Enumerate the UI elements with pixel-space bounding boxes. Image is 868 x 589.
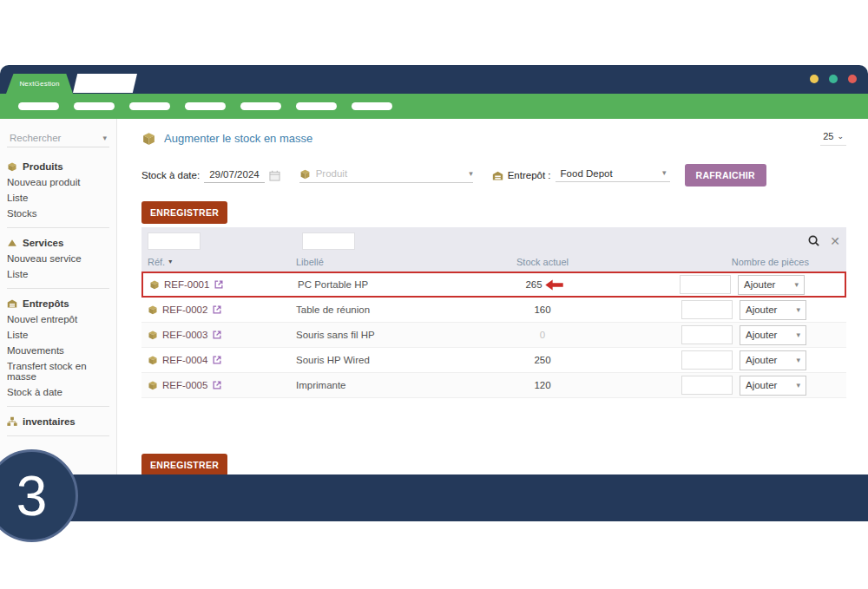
browser-tab-nextgestion[interactable]: NextGestion: [6, 74, 73, 94]
external-link-icon[interactable]: [214, 279, 224, 290]
label-filter-input[interactable]: [302, 232, 355, 250]
product-placeholder: Produit: [316, 168, 347, 179]
pieces-cell: Ajouter ▾: [680, 275, 845, 295]
action-select[interactable]: Ajouter ▾: [740, 350, 806, 370]
sidebar-item-liste[interactable]: Liste: [0, 266, 116, 282]
sidebar-section-produits[interactable]: Produits: [0, 158, 116, 174]
save-button-bottom[interactable]: ENREGISTRER: [141, 454, 227, 476]
stock-value: 250: [534, 355, 550, 365]
table-row: REF-0004 Souris HP Wired 250 Ajouter ▾: [141, 348, 846, 373]
column-header-libelle[interactable]: Libellé: [296, 257, 456, 267]
calendar-icon[interactable]: [269, 170, 280, 181]
step-number: 3: [16, 464, 48, 528]
nav-pill[interactable]: [74, 102, 115, 110]
traffic-light-dots: [810, 75, 857, 83]
sidebar-item-liste[interactable]: Liste: [0, 327, 116, 343]
quantity-input[interactable]: [681, 350, 733, 370]
package-icon: [148, 304, 158, 315]
external-link-icon[interactable]: [212, 304, 222, 315]
ref-link[interactable]: REF-0002: [162, 304, 207, 315]
quantity-input[interactable]: [681, 300, 733, 319]
search-icon[interactable]: [807, 234, 820, 247]
action-select[interactable]: Ajouter ▾: [740, 300, 806, 320]
table-row: REF-0002 Table de réunion 160 Ajouter ▾: [141, 298, 846, 323]
ref-filter-input[interactable]: [148, 232, 201, 250]
quantity-input[interactable]: [681, 376, 733, 395]
package-icon: [141, 131, 156, 146]
green-dot[interactable]: [829, 75, 838, 83]
column-header-stock[interactable]: Stock actuel: [516, 257, 569, 267]
ref-link[interactable]: REF-0004: [162, 355, 207, 365]
action-select[interactable]: Ajouter ▾: [740, 325, 806, 345]
nav-pill[interactable]: [296, 102, 337, 110]
stock-date-label: Stock à date:: [141, 170, 200, 180]
yellow-dot[interactable]: [810, 75, 819, 83]
ref-link[interactable]: REF-0003: [162, 330, 207, 340]
caret-down-icon: ▾: [794, 280, 799, 289]
caret-down-icon: ▾: [796, 381, 800, 389]
sidebar: Rechercher ▾ ProduitsNouveau produitList…: [0, 119, 117, 474]
nav-pill[interactable]: [240, 102, 281, 110]
pieces-cell: Ajouter ▾: [681, 350, 846, 370]
blank-tab-shape: [73, 74, 137, 93]
sidebar-section-label: Produits: [23, 161, 63, 172]
sidebar-item-stock-date[interactable]: Stock à date: [0, 384, 116, 400]
warehouse-select[interactable]: Food Depot ▾: [556, 168, 670, 182]
ref-link[interactable]: REF-0005: [162, 380, 207, 390]
sidebar-section-label: Services: [23, 238, 63, 248]
table-head: ✕ Réf. ▾ Libellé Stock actuel Nombre de …: [141, 227, 846, 272]
action-select[interactable]: Ajouter ▾: [740, 376, 806, 396]
external-link-icon[interactable]: [212, 380, 222, 390]
sidebar-item-mouvements[interactable]: Mouvements: [0, 343, 116, 358]
sidebar-divider: [7, 435, 109, 436]
nav-pill[interactable]: [352, 102, 392, 110]
sidebar-search-input[interactable]: Rechercher ▾: [7, 129, 109, 147]
column-header-ref[interactable]: Réf. ▾: [141, 257, 296, 267]
page-size-value: 25: [823, 131, 833, 141]
sidebar-sections: ProduitsNouveau produitListeStocksServic…: [0, 158, 116, 436]
sidebar-section-inventaires[interactable]: inventaires: [0, 413, 116, 429]
warehouse-label: Entrepôt :: [508, 170, 551, 180]
stock-date-input[interactable]: 29/07/2024: [204, 167, 265, 183]
red-dot[interactable]: [848, 75, 857, 83]
product-select[interactable]: Produit ▾: [299, 168, 473, 183]
nav-bar: [0, 94, 868, 119]
action-select[interactable]: Ajouter ▾: [738, 275, 805, 295]
close-icon[interactable]: ✕: [830, 234, 840, 248]
nav-pill[interactable]: [18, 102, 59, 110]
sidebar-item-transfert-stock-en-masse[interactable]: Transfert stock en masse: [0, 358, 116, 384]
main-header: Augmenter le stock en masse 25 ⌄: [141, 131, 846, 146]
page-size-select[interactable]: 25 ⌄: [820, 131, 846, 146]
quantity-input[interactable]: [681, 325, 733, 344]
main-panel: Augmenter le stock en masse 25 ⌄ Stock à…: [117, 119, 868, 474]
bottom-bar: [0, 474, 868, 521]
page-title: Augmenter le stock en masse: [141, 131, 312, 146]
ref-cell: REF-0005: [141, 380, 296, 390]
product-label: Imprimante: [296, 380, 456, 390]
external-link-icon[interactable]: [212, 355, 222, 365]
pieces-cell: Ajouter ▾: [681, 376, 846, 396]
sort-caret-icon: ▾: [168, 258, 172, 265]
table-header-row: Réf. ▾ Libellé Stock actuel Nombre de pi…: [141, 252, 846, 272]
stock-cell: 0: [540, 330, 545, 340]
sidebar-section-services[interactable]: Services: [0, 234, 116, 251]
external-link-icon[interactable]: [212, 330, 222, 340]
sidebar-item-stocks[interactable]: Stocks: [0, 206, 116, 221]
ref-link[interactable]: REF-0001: [164, 279, 209, 290]
action-select-value: Ajouter: [746, 304, 777, 315]
sidebar-section-entrepts[interactable]: Entrepôts: [0, 295, 116, 311]
caret-down-icon: ▾: [796, 305, 800, 314]
nav-pill[interactable]: [185, 102, 226, 110]
quantity-input[interactable]: [680, 275, 731, 294]
sidebar-item-nouveau-produit[interactable]: Nouveau produit: [0, 174, 116, 190]
refresh-button[interactable]: RAFRAICHIR: [685, 164, 766, 187]
sidebar-item-nouveau-service[interactable]: Nouveau service: [0, 251, 116, 266]
column-header-pieces[interactable]: Nombre de pièces: [732, 257, 846, 267]
save-button-top[interactable]: ENREGISTRER: [141, 201, 227, 224]
package-icon: [148, 355, 158, 365]
sidebar-item-nouvel-entrep-t[interactable]: Nouvel entrepôt: [0, 311, 116, 327]
table-row: REF-0001 PC Portable HP 265 Ajouter ▾: [141, 272, 846, 298]
table-body: REF-0001 PC Portable HP 265 Ajouter ▾ RE…: [141, 272, 846, 398]
sidebar-item-liste[interactable]: Liste: [0, 190, 116, 206]
nav-pill[interactable]: [129, 102, 170, 110]
